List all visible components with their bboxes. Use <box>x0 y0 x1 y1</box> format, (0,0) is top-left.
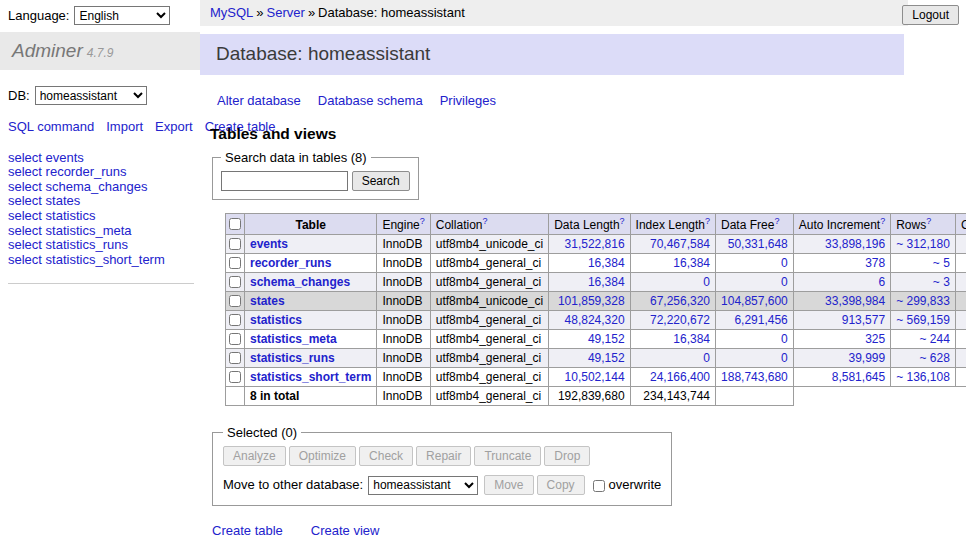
move-db-select[interactable]: homeassistant <box>368 476 478 495</box>
sidebar-table-link[interactable]: select statistics <box>8 208 95 223</box>
rows-count-link[interactable]: ~ 312,180 <box>896 237 950 251</box>
column-help-link[interactable]: ? <box>482 216 487 226</box>
data-free-link[interactable]: 104,857,600 <box>721 294 788 308</box>
db-select[interactable]: homeassistant <box>35 86 147 105</box>
sidebar-table-link[interactable]: select statistics_short_term <box>8 252 165 267</box>
search-button[interactable]: Search <box>352 171 410 191</box>
column-help-link[interactable]: ? <box>880 216 885 226</box>
data-free-link[interactable]: 0 <box>781 256 788 270</box>
data-free-link[interactable]: 6,291,456 <box>734 313 787 327</box>
sidebar-table-link[interactable]: select statistics_meta <box>8 223 132 238</box>
column-help-link[interactable]: ? <box>774 216 779 226</box>
selected-action-button[interactable]: Drop <box>544 446 590 466</box>
rows-count-link[interactable]: ~ 628 <box>920 351 950 365</box>
rows-count-link[interactable]: ~ 5 <box>933 256 950 270</box>
row-checkbox[interactable] <box>229 276 241 288</box>
row-checkbox[interactable] <box>229 238 241 250</box>
auto-increment-link[interactable]: 33,898,196 <box>825 237 885 251</box>
rows-count-link[interactable]: ~ 3 <box>933 275 950 289</box>
data-length-link[interactable]: 10,502,144 <box>565 370 625 384</box>
index-length-link[interactable]: 0 <box>703 351 710 365</box>
auto-increment-link[interactable]: 8,581,645 <box>832 370 885 384</box>
data-length-link[interactable]: 49,152 <box>588 351 625 365</box>
selected-action-button[interactable]: Truncate <box>474 446 541 466</box>
rows-count-link[interactable]: ~ 299,833 <box>896 294 950 308</box>
index-length-link[interactable]: 72,220,672 <box>650 313 710 327</box>
sidebar-table-link[interactable]: select events <box>8 150 84 165</box>
data-length-link[interactable]: 16,384 <box>588 256 625 270</box>
db-action-link[interactable]: Alter database <box>217 93 301 108</box>
data-length-link[interactable]: 49,152 <box>588 332 625 346</box>
data-length-link[interactable]: 31,522,816 <box>565 237 625 251</box>
data-free-link[interactable]: 50,331,648 <box>728 237 788 251</box>
rows-count-link[interactable]: ~ 136,108 <box>896 370 950 384</box>
move-button[interactable]: Move <box>484 475 533 495</box>
selected-action-button[interactable]: Optimize <box>289 446 356 466</box>
data-free-link[interactable]: 0 <box>781 351 788 365</box>
column-help-link[interactable]: ? <box>926 216 931 226</box>
auto-increment-link[interactable]: 325 <box>865 332 885 346</box>
index-length-link[interactable]: 70,467,584 <box>650 237 710 251</box>
row-checkbox[interactable] <box>229 257 241 269</box>
row-checkbox[interactable] <box>229 295 241 307</box>
auto-increment-link[interactable]: 39,999 <box>848 351 885 365</box>
search-input[interactable] <box>221 171 348 191</box>
auto-increment-link[interactable]: 913,577 <box>842 313 885 327</box>
auto-increment-link[interactable]: 33,398,984 <box>825 294 885 308</box>
table-footer-link[interactable]: Create table <box>212 523 283 538</box>
row-checkbox[interactable] <box>229 352 241 364</box>
rows-count-link[interactable]: ~ 569,159 <box>896 313 950 327</box>
table-name-link[interactable]: events <box>250 237 288 251</box>
selected-action-button[interactable]: Check <box>359 446 413 466</box>
row-checkbox[interactable] <box>229 314 241 326</box>
column-help-link[interactable]: ? <box>620 216 625 226</box>
sidebar-table-link[interactable]: select recorder_runs <box>8 164 127 179</box>
table-name-link[interactable]: states <box>250 294 285 308</box>
copy-button[interactable]: Copy <box>537 475 585 495</box>
select-all-checkbox[interactable] <box>229 218 241 230</box>
row-checkbox[interactable] <box>229 333 241 345</box>
index-length-link[interactable]: 16,384 <box>673 332 710 346</box>
overwrite-option: overwrite <box>592 477 662 492</box>
sidebar-table-link[interactable]: select states <box>8 193 80 208</box>
auto-increment-link[interactable]: 378 <box>865 256 885 270</box>
table-footer-link[interactable]: Create view <box>311 523 380 538</box>
table-name-link[interactable]: statistics <box>250 313 302 327</box>
overwrite-checkbox[interactable] <box>593 480 605 492</box>
data-length-link[interactable]: 16,384 <box>588 275 625 289</box>
data-free-link[interactable]: 0 <box>781 275 788 289</box>
auto-increment-cell: 325 <box>793 330 890 349</box>
selected-action-button[interactable]: Analyze <box>223 446 286 466</box>
table-name-link[interactable]: statistics_meta <box>250 332 337 346</box>
index-length-link[interactable]: 67,256,320 <box>650 294 710 308</box>
breadcrumb-mysql-link[interactable]: MySQL <box>210 5 253 20</box>
db-action-link[interactable]: Privileges <box>440 93 496 108</box>
data-length-link[interactable]: 48,824,320 <box>565 313 625 327</box>
breadcrumb-server-link[interactable]: Server <box>267 5 305 20</box>
sidebar-table-link[interactable]: select schema_changes <box>8 179 147 194</box>
data-free-link[interactable]: 0 <box>781 332 788 346</box>
auto-increment-link[interactable]: 6 <box>878 275 885 289</box>
index-length-link[interactable]: 24,166,400 <box>650 370 710 384</box>
logout-button[interactable]: Logout <box>902 5 959 25</box>
rows-count-link[interactable]: ~ 244 <box>920 332 950 346</box>
data-length-link[interactable]: 101,859,328 <box>558 294 625 308</box>
column-help-link[interactable]: ? <box>705 216 710 226</box>
column-help-link[interactable]: ? <box>420 216 425 226</box>
table-name-link[interactable]: statistics_short_term <box>250 370 371 384</box>
data-free-link[interactable]: 188,743,680 <box>721 370 788 384</box>
sidebar-table-link[interactable]: select statistics_runs <box>8 237 128 252</box>
index-length-link[interactable]: 16,384 <box>673 256 710 270</box>
sidebar-command-link[interactable]: Export <box>155 119 193 134</box>
language-bar: Language:English <box>0 0 200 30</box>
language-select[interactable]: English <box>74 6 170 25</box>
selected-action-button[interactable]: Repair <box>416 446 471 466</box>
db-action-link[interactable]: Database schema <box>318 93 423 108</box>
table-name-link[interactable]: schema_changes <box>250 275 350 289</box>
sidebar-command-link[interactable]: Import <box>106 119 143 134</box>
index-length-link[interactable]: 0 <box>703 275 710 289</box>
sidebar-command-link[interactable]: SQL command <box>8 119 94 134</box>
table-name-link[interactable]: statistics_runs <box>250 351 335 365</box>
table-name-link[interactable]: recorder_runs <box>250 256 331 270</box>
row-checkbox[interactable] <box>229 371 241 383</box>
